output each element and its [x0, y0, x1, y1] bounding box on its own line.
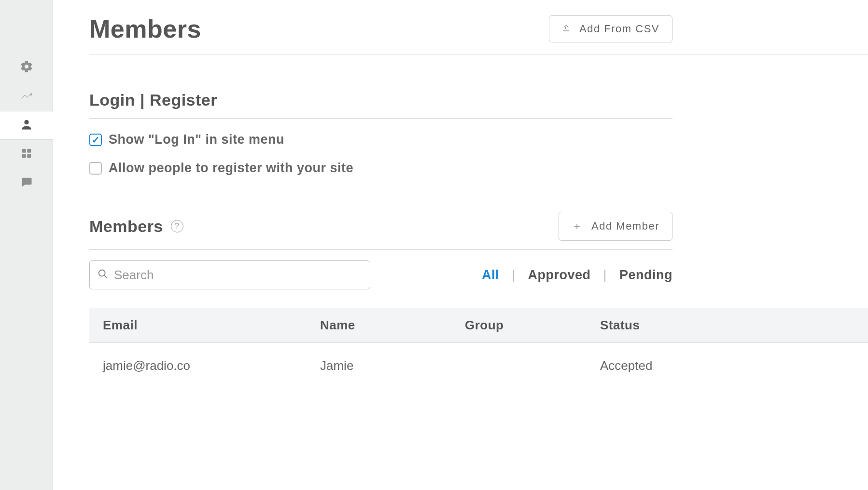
sidebar-item-apps[interactable]	[0, 140, 53, 169]
svg-rect-3	[22, 154, 26, 158]
show-login-label: Show "Log In" in site menu	[109, 132, 284, 147]
allow-register-label: Allow people to register with your site	[109, 161, 353, 176]
sidebar-item-analytics[interactable]	[0, 82, 53, 111]
page-header: Members Add From CSV	[89, 14, 868, 54]
td-group	[451, 343, 587, 389]
sidebar-item-settings[interactable]	[0, 53, 53, 82]
plus-icon: ＋	[572, 219, 583, 233]
add-member-button[interactable]: ＋ Add Member	[559, 212, 672, 241]
show-login-row: Show "Log In" in site menu	[89, 132, 672, 147]
filter-sep: |	[603, 268, 607, 283]
sidebar	[0, 0, 53, 490]
gear-icon	[20, 60, 33, 75]
members-section-title: Members ?	[89, 217, 183, 236]
sidebar-item-comments[interactable]	[0, 169, 53, 198]
table-header: Email Name Group Status	[89, 308, 868, 343]
trend-icon	[20, 89, 33, 104]
add-from-csv-button[interactable]: Add From CSV	[549, 15, 672, 42]
search-input[interactable]	[114, 268, 362, 283]
svg-point-0	[24, 120, 28, 124]
add-from-csv-label: Add From CSV	[579, 23, 659, 35]
th-email[interactable]: Email	[89, 308, 307, 342]
filter-sep: |	[512, 268, 516, 283]
table-row[interactable]: jamie@radio.co Jamie Accepted	[89, 343, 868, 389]
th-status[interactable]: Status	[587, 308, 731, 342]
filter-approved[interactable]: Approved	[528, 268, 590, 283]
sidebar-item-members[interactable]	[0, 111, 53, 140]
help-icon[interactable]: ?	[171, 220, 183, 232]
page-title: Members	[89, 14, 201, 43]
svg-rect-4	[27, 154, 31, 158]
main-content: Members Add From CSV Login | Register Sh…	[53, 0, 868, 490]
add-member-label: Add Member	[591, 220, 659, 232]
td-status: Accepted	[587, 343, 731, 389]
allow-register-row: Allow people to register with your site	[89, 161, 672, 176]
search-box[interactable]	[89, 260, 370, 289]
grid-icon	[20, 147, 33, 162]
search-filter-row: All | Approved | Pending	[89, 260, 868, 289]
members-section-title-text: Members	[89, 217, 163, 236]
person-icon	[20, 118, 33, 133]
upload-icon	[562, 23, 571, 35]
members-section: Members ? ＋ Add Member	[89, 212, 868, 250]
members-table: Email Name Group Status jamie@radio.co J…	[89, 308, 868, 389]
filter-pending[interactable]: Pending	[619, 268, 672, 283]
allow-register-checkbox[interactable]	[89, 162, 102, 175]
filter-tabs: All | Approved | Pending	[482, 268, 672, 283]
svg-rect-2	[27, 149, 31, 153]
td-email: jamie@radio.co	[89, 343, 307, 389]
search-icon	[98, 269, 108, 281]
chat-icon	[20, 176, 33, 191]
th-name[interactable]: Name	[307, 308, 451, 342]
svg-rect-1	[22, 149, 26, 153]
login-register-section: Login | Register Show "Log In" in site m…	[89, 91, 868, 176]
filter-all[interactable]: All	[482, 268, 499, 283]
login-register-title: Login | Register	[89, 91, 217, 109]
td-name: Jamie	[307, 343, 451, 389]
show-login-checkbox[interactable]	[89, 134, 102, 146]
th-group[interactable]: Group	[451, 308, 587, 342]
